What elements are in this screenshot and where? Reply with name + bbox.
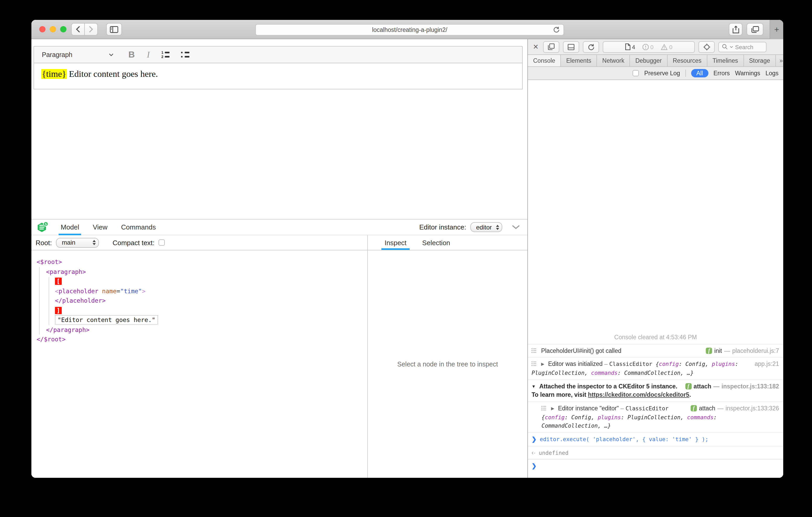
log-source[interactable]: finit—placeholderui.js:7 [706,346,779,355]
back-button[interactable] [71,23,85,35]
selection-start-marker: [ [37,277,367,286]
filter-all[interactable]: All [691,69,708,78]
chevron-right-icon [89,26,93,32]
issues-summary[interactable]: 4 0 0 [603,41,695,53]
tab-overflow-button[interactable]: » [776,55,783,66]
console-log-row[interactable]: finit—placeholderui.js:7 PlaceholderUI#i… [528,344,783,357]
tab-network[interactable]: Network [597,55,630,66]
tree-node-placeholder-close: </placeholder> [37,296,367,306]
log-source[interactable]: fattach—inspector.js:133:182 [685,382,779,391]
url-text: localhost/creating-a-plugin2/ [372,27,447,33]
placeholder-widget[interactable]: {time} [41,69,67,79]
filter-logs[interactable]: Logs [765,70,779,76]
collapse-inspector-button[interactable] [512,225,520,230]
ckeditor-inspector-logo-icon: 5 [36,220,49,234]
close-window-button[interactable] [39,26,46,32]
titlebar: localhost/creating-a-plugin2/ + [31,20,783,39]
prompt-icon: ❯ [531,463,536,469]
tab-console[interactable]: Console [528,55,561,66]
address-bar[interactable]: localhost/creating-a-plugin2/ [255,24,564,35]
zoom-window-button[interactable] [60,26,66,32]
reload-page-button[interactable] [583,41,599,53]
tab-timelines[interactable]: Timelines [707,55,744,66]
warning-count: 0 [661,44,672,50]
bold-button[interactable]: B [128,50,135,60]
editor-content[interactable]: {time} Editor content goes here. [33,63,523,89]
tab-selection[interactable]: Selection [422,235,450,250]
filter-warnings[interactable]: Warnings [735,70,760,76]
screen: localhost/creating-a-plugin2/ + Paragrap… [0,0,812,517]
close-inspector-button[interactable]: ✕ [532,43,540,51]
tab-commands[interactable]: Commands [121,219,156,235]
tree-text-node: "Editor content goes here." [37,315,367,325]
root-select[interactable]: main [56,238,99,247]
preserve-log-label: Preserve Log [644,70,680,76]
minimize-window-button[interactable] [50,26,56,32]
detach-button[interactable] [543,41,559,53]
inspector-tab-bar: Console Elements Network Debugger Resour… [528,55,783,67]
tree-node-paragraph-close: </paragraph> [37,325,367,335]
document-icon [625,43,631,50]
console-log-row[interactable]: app.js:21 ▶ Editor was initialized – Cla… [528,357,783,379]
log-source[interactable]: app.js:21 [755,360,779,368]
inspect-hint: Select a node in the tree to inspect [397,360,498,368]
search-placeholder: Search [735,44,753,50]
tab-debugger[interactable]: Debugger [630,55,668,66]
model-tree[interactable]: <$root> <paragraph> [ <placeholder name=… [31,250,368,478]
log-source[interactable]: fattach—inspector.js:133:326 [691,404,779,413]
editor-instance-select[interactable]: editor [470,222,502,232]
tab-overview-icon [751,26,759,33]
console-log-row[interactable]: fattach—inspector.js:133:326 ▶ Editor in… [528,401,783,432]
tab-elements[interactable]: Elements [561,55,597,66]
tab-model[interactable]: Model [61,219,79,235]
tree-node-placeholder-open[interactable]: <placeholder name="time"> [37,286,367,296]
tab-resources[interactable]: Resources [668,55,707,66]
editor-text: Editor content goes here. [69,69,158,79]
compact-text-checkbox[interactable] [159,239,165,246]
safari-window: localhost/creating-a-plugin2/ + Paragrap… [31,20,783,478]
tab-view[interactable]: View [93,219,108,235]
divider [686,69,686,77]
traffic-lights [39,26,66,32]
new-tab-button[interactable]: + [770,20,783,39]
tab-inspect[interactable]: Inspect [384,235,407,250]
sidebar-button[interactable] [106,23,122,35]
select-arrows-icon [93,240,96,245]
italic-button[interactable]: I [147,50,150,60]
forward-button[interactable] [84,23,98,35]
filter-errors[interactable]: Errors [714,70,730,76]
disclosure-triangle-icon[interactable]: ▶ [551,406,554,411]
console-input-row[interactable]: ❯ [528,459,783,478]
console-result-row[interactable]: ‹·undefined [528,446,783,459]
dock-bottom-button[interactable] [563,41,579,53]
numbered-list-button[interactable]: 1 2 [162,51,170,58]
log-text: PlaceholderUI#init() got called [541,347,621,354]
log-type-icon [531,362,537,367]
reload-icon[interactable] [553,26,560,33]
disclosure-triangle-icon[interactable]: ▼ [531,384,536,389]
console-output[interactable]: Console cleared at 4:53:46 PM finit—plac… [528,80,783,478]
tab-storage[interactable]: Storage [744,55,776,66]
chevron-down-icon[interactable] [109,53,114,56]
share-button[interactable] [729,23,743,35]
bulleted-list-button[interactable] [181,51,190,58]
paragraph-dropdown[interactable]: Paragraph [42,51,72,58]
root-value: main [62,239,75,246]
element-picker-button[interactable] [698,41,715,53]
tab-overview-button[interactable] [747,23,763,35]
dock-bottom-icon [568,44,575,50]
search-input[interactable]: Search [718,41,766,52]
search-icon [722,44,728,50]
inspect-pane: Select a node in the tree to inspect [368,250,527,478]
console-log-row[interactable]: fattach—inspector.js:133:182 ▼ Attached … [528,379,783,401]
tree-node-root-close: </$root> [37,335,367,344]
preserve-log-checkbox[interactable] [633,70,639,76]
ckeditor-docs-link[interactable]: https://ckeditor.com/docs/ckeditor5 [588,392,689,398]
svg-text:5: 5 [45,222,47,226]
function-badge-icon: f [706,347,712,354]
result-value: undefined [539,449,569,456]
console-command-row[interactable]: ❯editor.execute( 'placeholder', { value:… [528,432,783,446]
prompt-icon: ❯ [531,436,536,442]
disclosure-triangle-icon[interactable]: ▶ [541,362,544,367]
chevron-down-icon [730,46,733,48]
